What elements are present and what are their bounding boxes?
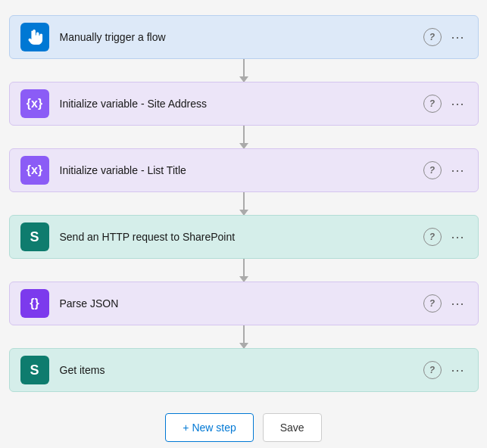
connector-5 [243,325,245,348]
step-http[interactable]: S Send an HTTP request to SharePoint ? ·… [9,215,479,259]
flow-container: Manually trigger a flow ? ··· {x} Initia… [9,15,479,442]
json-icon: {} [20,289,49,318]
step-items[interactable]: S Get items ? ··· [9,348,479,392]
items-icon: S [20,356,49,384]
save-button[interactable]: Save [263,413,322,442]
connector-1 [243,59,245,82]
step-items-more[interactable]: ··· [449,361,467,379]
step-var2-more[interactable]: ··· [449,161,467,179]
step-var1-more[interactable]: ··· [449,95,467,113]
step-items-label: Get items [60,364,423,376]
connector-4 [243,259,245,282]
step-http-actions: ? ··· [423,228,467,246]
step-var1-help[interactable]: ? [423,95,442,113]
step-var2-actions: ? ··· [423,161,467,179]
step-var2-help[interactable]: ? [423,161,442,179]
step-var1-actions: ? ··· [423,95,467,113]
connector-3 [243,192,245,215]
step-var1[interactable]: {x} Initialize variable - Site Address ?… [9,82,479,126]
step-items-actions: ? ··· [423,361,467,379]
connector-2 [243,126,245,148]
step-trigger[interactable]: Manually trigger a flow ? ··· [9,15,479,59]
step-json[interactable]: {} Parse JSON ? ··· [9,282,479,325]
step-trigger-label: Manually trigger a flow [60,31,423,43]
step-trigger-actions: ? ··· [423,28,467,46]
bottom-actions: + New step Save [165,413,321,442]
step-trigger-more[interactable]: ··· [449,28,467,46]
http-icon: S [20,222,49,251]
step-var2-label: Initialize variable - List Title [60,164,423,176]
step-trigger-help[interactable]: ? [423,28,442,46]
step-var2[interactable]: {x} Initialize variable - List Title ? ·… [9,148,479,192]
step-json-help[interactable]: ? [423,294,442,313]
step-http-help[interactable]: ? [423,228,442,246]
step-var1-label: Initialize variable - Site Address [60,98,423,110]
step-http-label: Send an HTTP request to SharePoint [60,231,423,243]
step-http-more[interactable]: ··· [449,228,467,246]
step-json-label: Parse JSON [60,297,423,310]
new-step-button[interactable]: + New step [165,413,253,442]
step-json-actions: ? ··· [423,294,467,313]
step-items-help[interactable]: ? [423,361,442,379]
var2-icon: {x} [20,156,49,185]
step-json-more[interactable]: ··· [449,294,467,313]
trigger-icon [20,23,49,51]
var1-icon: {x} [20,89,49,118]
